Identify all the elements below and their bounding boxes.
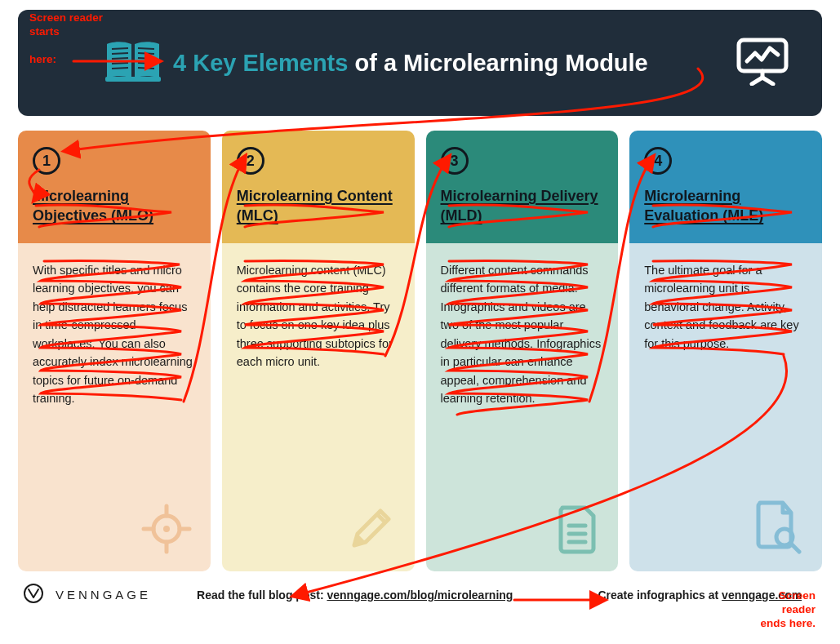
- columns-container: 1 Microlearning Objectives (MLO) With sp…: [18, 131, 822, 571]
- column-title: Microlearning Content (MLC): [237, 186, 400, 226]
- brand-name: VENNGAGE: [56, 588, 151, 602]
- title-accent: 4 Key Elements: [173, 50, 348, 76]
- svg-rect-0: [105, 77, 161, 82]
- column-text: With specific titles and micro learning …: [33, 261, 196, 408]
- page-title: 4 Key Elements of a Microlearning Module: [173, 50, 648, 77]
- pencil-icon: [344, 503, 397, 558]
- column-body: With specific titles and micro learning …: [18, 243, 211, 571]
- number-badge: 2: [237, 147, 264, 175]
- document-icon: [554, 503, 600, 558]
- number-badge: 1: [33, 147, 60, 175]
- title-rest: of a Microlearning Module: [348, 50, 647, 76]
- svg-line-4: [762, 78, 773, 84]
- number-badge: 3: [441, 147, 469, 175]
- column-text: Microlearning content (MLC) contains the…: [237, 261, 400, 371]
- column-delivery: 3 Microlearning Delivery (MLD) Different…: [426, 131, 619, 571]
- create-link[interactable]: venngage.com: [722, 588, 802, 602]
- file-search-icon: [752, 498, 804, 558]
- column-objectives: 1 Microlearning Objectives (MLO) With sp…: [18, 131, 211, 571]
- venngage-logo-icon: [23, 583, 44, 606]
- column-text: Different content commands different for…: [441, 261, 604, 408]
- column-title: Microlearning Delivery (MLD): [441, 186, 604, 226]
- footer: VENNGAGE Read the full blog post: vennga…: [18, 571, 822, 606]
- column-header: 3 Microlearning Delivery (MLD): [426, 131, 619, 243]
- svg-line-16: [791, 544, 799, 552]
- blog-link-text[interactable]: Read the full blog post: venngage.com/bl…: [197, 588, 513, 602]
- column-header: 1 Microlearning Objectives (MLO): [18, 131, 211, 243]
- svg-point-17: [24, 584, 42, 602]
- header-bar: 4 Key Elements of a Microlearning Module: [18, 10, 822, 116]
- column-header: 4 Microlearning Evaluation (MLE): [629, 131, 822, 243]
- presentation-chart-icon: [734, 37, 791, 89]
- column-body: Microlearning content (MLC) contains the…: [222, 243, 415, 571]
- create-prefix: Create infographics at: [598, 588, 722, 602]
- column-body: Different content commands different for…: [426, 243, 619, 571]
- column-title: Microlearning Objectives (MLO): [33, 186, 196, 226]
- column-text: The ultimate goal for a microlearning un…: [644, 261, 807, 353]
- book-icon: [104, 39, 162, 87]
- crosshair-icon: [140, 503, 193, 558]
- column-evaluation: 4 Microlearning Evaluation (MLE) The ult…: [629, 131, 822, 571]
- svg-point-10: [163, 526, 170, 532]
- create-link-text[interactable]: Create infographics at venngage.com: [598, 588, 802, 602]
- column-title: Microlearning Evaluation (MLE): [644, 186, 807, 226]
- column-body: The ultimate goal for a microlearning un…: [629, 243, 822, 571]
- number-badge: 4: [644, 147, 672, 175]
- column-content: 2 Microlearning Content (MLC) Microlearn…: [222, 131, 415, 571]
- column-header: 2 Microlearning Content (MLC): [222, 131, 415, 243]
- blog-prefix: Read the full blog post:: [197, 588, 327, 602]
- blog-link[interactable]: venngage.com/blog/microlearning: [327, 588, 513, 602]
